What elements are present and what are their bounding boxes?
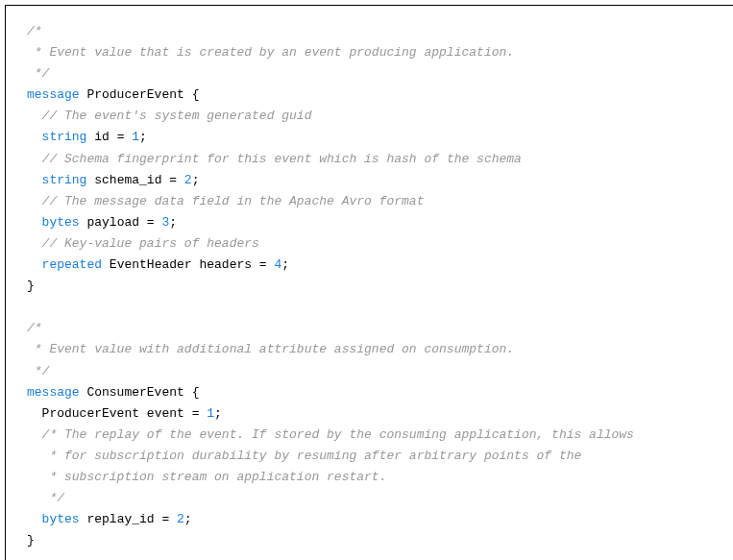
code-token-comment: /* The replay of the event. If stored by… [42, 427, 634, 442]
code-line: string id = 1; [27, 127, 716, 148]
code-token-comment: /* [27, 321, 42, 335]
code-line: // Schema fingerprint for this event whi… [27, 149, 716, 170]
code-token-identifier: ProducerEvent event = [42, 406, 208, 421]
code-token-comment: * subscription stream on application res… [42, 470, 387, 484]
code-line: */ [27, 63, 716, 85]
code-line: /* [27, 21, 716, 42]
code-token-identifier: ; [169, 215, 177, 230]
code-token-comment: * Event value with additional attribute … [27, 342, 514, 356]
code-token-type: bytes [42, 512, 80, 526]
code-line: /* The replay of the event. If stored by… [27, 425, 716, 446]
code-token-comment: */ [27, 364, 49, 378]
code-token-type: string [42, 130, 87, 144]
code-token-comment: // The message data field in the Apache … [42, 194, 425, 208]
code-token-comment: * for subscription durability by resumin… [42, 449, 582, 463]
code-token-identifier: replay_id = [80, 512, 177, 526]
code-token-number: 2 [184, 173, 192, 187]
code-token-identifier: ProducerEvent { [80, 87, 200, 102]
code-token-comment: */ [42, 491, 64, 505]
code-token-number: 1 [207, 406, 214, 421]
code-line: bytes payload = 3; [27, 212, 716, 233]
code-line: * for subscription durability by resumin… [27, 446, 716, 467]
code-token-identifier: ; [281, 257, 289, 272]
code-token-identifier: EventHeader headers = [102, 257, 274, 272]
code-token-keyword: message [27, 385, 80, 400]
code-token-type: string [42, 173, 87, 187]
code-line: * subscription stream on application res… [27, 467, 716, 488]
code-token-identifier: schema_id = [86, 173, 183, 187]
code-token-number: 2 [177, 512, 184, 526]
code-token-identifier: id = [86, 130, 132, 144]
code-line: * Event value that is created by an even… [27, 42, 716, 63]
code-token-number: 1 [132, 130, 139, 144]
code-line: // Key-value pairs of headers [27, 233, 716, 255]
code-line: repeated EventHeader headers = 4; [27, 255, 716, 276]
code-token-identifier: payload = [80, 215, 162, 230]
code-line: ProducerEvent event = 1; [27, 403, 716, 425]
code-token-comment: * Event value that is created by an even… [27, 45, 514, 60]
code-token-identifier: } [27, 279, 35, 293]
code-line: bytes replay_id = 2; [27, 509, 716, 530]
code-token-identifier: ; [184, 512, 192, 526]
code-token-keyword: message [27, 87, 80, 102]
code-line: } [27, 276, 716, 297]
code-line: message ProducerEvent { [27, 85, 716, 106]
code-line: message ConsumerEvent { [27, 382, 716, 403]
code-token-comment: */ [27, 66, 49, 81]
code-token-identifier: ; [139, 130, 147, 144]
code-line: */ [27, 361, 716, 382]
code-token-identifier: ConsumerEvent { [80, 385, 200, 400]
code-line: string schema_id = 2; [27, 170, 716, 191]
code-line: * Event value with additional attribute … [27, 339, 716, 360]
code-token-keyword: repeated [42, 257, 102, 272]
code-token-comment: // Schema fingerprint for this event whi… [42, 152, 522, 166]
code-token-identifier: ; [192, 173, 200, 187]
code-line [27, 297, 716, 318]
code-block: /* * Event value that is created by an e… [5, 5, 733, 560]
code-token-identifier: } [27, 533, 35, 548]
code-token-comment: /* [27, 24, 42, 38]
code-line: } [27, 530, 716, 551]
code-token-identifier: ; [214, 406, 222, 421]
code-token-comment: // Key-value pairs of headers [42, 236, 259, 251]
code-token-comment: // The event's system generated guid [42, 109, 312, 123]
code-line: // The event's system generated guid [27, 106, 716, 127]
code-token-type: bytes [42, 215, 80, 230]
code-line: /* [27, 318, 716, 339]
code-line: // The message data field in the Apache … [27, 191, 716, 212]
code-line: */ [27, 488, 716, 509]
